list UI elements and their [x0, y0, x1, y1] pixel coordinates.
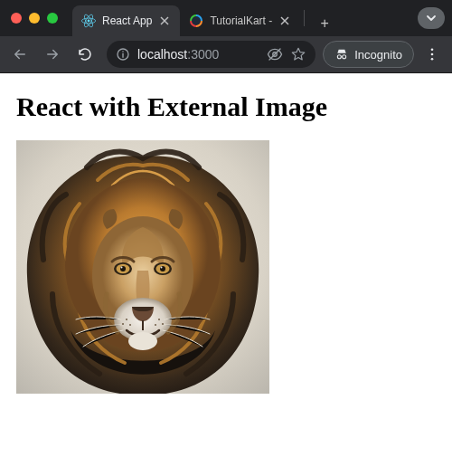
site-info-icon: [116, 47, 130, 62]
close-icon[interactable]: [278, 14, 291, 27]
tab-strip: React App TutorialKart - +: [72, 0, 452, 36]
new-tab-button[interactable]: +: [312, 11, 337, 36]
svg-point-15: [343, 55, 346, 59]
bookmark-star-icon[interactable]: [290, 46, 306, 62]
tutorialkart-logo-icon: [189, 14, 203, 28]
page-content: React with External Image: [0, 73, 452, 412]
forward-icon: [44, 46, 61, 62]
url-path: :3000: [187, 47, 219, 62]
window-minimize-button[interactable]: [29, 13, 40, 24]
browser-chrome: React App TutorialKart - +: [0, 0, 452, 73]
url-host: localhost: [137, 47, 187, 62]
tab-label: React App: [102, 14, 152, 27]
url-text: localhost:3000: [137, 47, 219, 62]
tab-tutorialkart[interactable]: TutorialKart -: [180, 5, 300, 36]
svg-point-30: [161, 267, 163, 269]
external-image: [16, 140, 269, 394]
page-heading: React with External Image: [16, 91, 436, 122]
incognito-icon: [334, 47, 349, 62]
svg-point-18: [431, 53, 434, 56]
window-controls: [11, 13, 58, 24]
svg-point-19: [431, 58, 434, 61]
svg-point-29: [121, 267, 123, 269]
svg-point-11: [122, 51, 124, 52]
visibility-off-icon[interactable]: [267, 46, 283, 62]
window-tabs-dropdown[interactable]: [418, 7, 445, 29]
tab-react-app[interactable]: React App: [72, 5, 180, 36]
browser-menu-button[interactable]: [418, 40, 447, 69]
close-icon[interactable]: [158, 14, 171, 27]
svg-point-37: [158, 319, 160, 320]
incognito-label: Incognito: [354, 48, 402, 62]
reload-button[interactable]: [71, 40, 99, 69]
react-logo-icon: [81, 14, 96, 28]
incognito-indicator[interactable]: Incognito: [323, 41, 414, 68]
svg-point-36: [129, 324, 131, 326]
tab-separator: [304, 10, 305, 26]
svg-point-33: [128, 332, 157, 350]
kebab-menu-icon: [424, 46, 440, 62]
svg-point-38: [162, 323, 164, 325]
chevron-down-icon: [425, 12, 438, 24]
plus-icon: +: [321, 15, 329, 32]
back-icon: [12, 46, 28, 62]
svg-point-14: [338, 55, 342, 59]
titlebar: React App TutorialKart - +: [0, 0, 452, 36]
back-button[interactable]: [5, 40, 34, 69]
address-bar[interactable]: localhost:3000: [107, 41, 315, 68]
svg-point-39: [155, 324, 156, 326]
svg-point-17: [431, 48, 434, 51]
tab-label: TutorialKart -: [210, 14, 272, 27]
toolbar: localhost:3000 Incognito: [0, 36, 452, 72]
window-zoom-button[interactable]: [47, 13, 58, 24]
forward-button[interactable]: [38, 40, 67, 69]
svg-point-34: [126, 319, 127, 320]
reload-icon: [77, 46, 93, 62]
svg-point-35: [122, 323, 124, 325]
svg-point-0: [88, 20, 90, 23]
window-close-button[interactable]: [11, 13, 22, 24]
